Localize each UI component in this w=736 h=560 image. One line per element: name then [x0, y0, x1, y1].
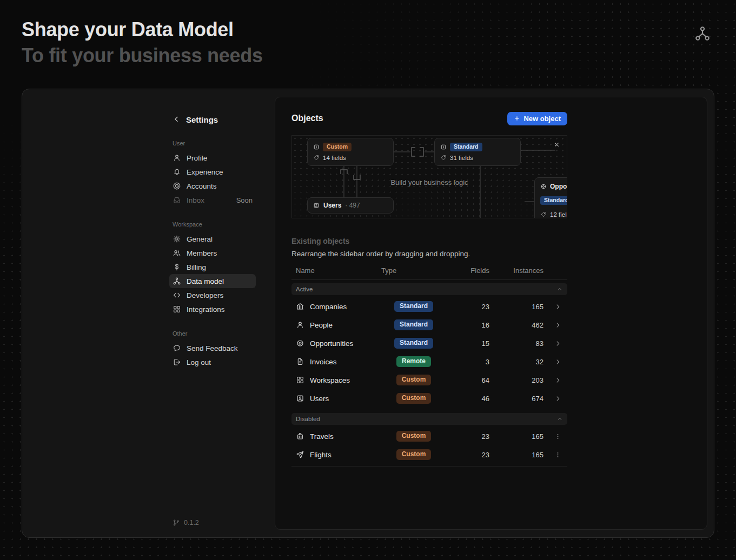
- nav-section-label-workspace: Workspace: [173, 221, 253, 228]
- canvas-node-custom[interactable]: Custom 14 fields: [307, 138, 394, 166]
- group-label: Active: [296, 286, 313, 292]
- sidebar-item-label: Members: [187, 249, 217, 257]
- fields-count: 16: [446, 321, 489, 329]
- grid-icon: [296, 376, 304, 384]
- plus-icon: [514, 115, 520, 122]
- row-open-button[interactable]: [552, 356, 563, 367]
- table-header: Name Type Fields Instances: [291, 266, 567, 280]
- row-open-button[interactable]: [552, 301, 563, 312]
- chevron-right-icon: [554, 322, 561, 329]
- chevron-right-icon: [554, 395, 561, 402]
- row-open-button[interactable]: [552, 319, 563, 330]
- object-name: Opportunities: [310, 339, 353, 348]
- settings-header: Settings: [169, 113, 256, 126]
- new-object-label: New object: [523, 115, 561, 123]
- sidebar-item-label: Integrations: [187, 305, 225, 314]
- row-open-button[interactable]: [552, 375, 563, 385]
- group-header-disabled[interactable]: Disabled: [291, 413, 567, 425]
- table-row-users[interactable]: Users Custom 46 674: [291, 389, 567, 408]
- chat-icon: [173, 344, 181, 352]
- soon-badge: Soon: [236, 196, 253, 204]
- fields-count: 12 fields: [550, 211, 567, 218]
- instances-count: 83: [489, 339, 543, 348]
- inbox-icon: [173, 196, 181, 204]
- close-icon[interactable]: [553, 141, 560, 148]
- canvas-node-opportunities[interactable]: Opportunities Standard 12 fields: [534, 177, 567, 218]
- user-icon: [173, 154, 181, 162]
- row-open-button[interactable]: [552, 338, 563, 349]
- x-icon: [553, 141, 560, 148]
- sidebar-item-label: Billing: [187, 263, 206, 271]
- table-row-flights[interactable]: Flights Custom 23 165: [291, 445, 567, 464]
- object-name: People: [310, 321, 333, 329]
- instances-count: 32: [489, 358, 543, 366]
- sidebar-item-general[interactable]: General: [169, 232, 256, 246]
- sidebar-item-label: Profile: [187, 154, 207, 162]
- bell-icon: [173, 168, 181, 176]
- sidebar-item-billing[interactable]: Billing: [169, 260, 256, 274]
- canvas-node-standard[interactable]: Standard 31 fields: [434, 138, 521, 166]
- sidebar-item-label: Experience: [187, 168, 223, 176]
- page-subtitle: To fit your business needs: [22, 44, 263, 67]
- panel-title: Objects: [291, 114, 323, 123]
- kebab-menu-icon: [554, 433, 561, 440]
- new-object-button[interactable]: New object: [507, 112, 567, 125]
- table-row-opportunities[interactable]: Opportunities Standard 15 83: [291, 334, 567, 352]
- document-icon: [296, 357, 304, 366]
- column-type: Type: [381, 266, 446, 275]
- sidebar-item-label: Data model: [187, 277, 224, 285]
- version-number: 0.1.2: [184, 519, 199, 526]
- instances-count: 165: [489, 303, 543, 311]
- sidebar-item-profile[interactable]: Profile: [169, 151, 256, 165]
- suitcase-icon: [296, 432, 304, 441]
- object-name: Travels: [310, 432, 334, 441]
- user-box-icon: [296, 394, 304, 403]
- sidebar-item-developers[interactable]: Developers: [169, 288, 256, 302]
- user-box-icon: [313, 202, 320, 209]
- row-menu-button[interactable]: [552, 449, 563, 460]
- existing-objects-subtitle: Rearrange the sidebar order by dragging …: [291, 250, 567, 258]
- sidebar-item-integrations[interactable]: Integrations: [169, 302, 256, 316]
- sidebar-item-label: General: [187, 235, 213, 243]
- node-label: Opportunities: [550, 183, 567, 190]
- instances-count: 165: [489, 432, 543, 441]
- type-badge: Standard: [450, 143, 482, 152]
- sidebar-item-experience[interactable]: Experience: [169, 165, 256, 179]
- canvas-node-users[interactable]: Users · 497: [307, 197, 394, 214]
- table-row-invoices[interactable]: Invoices Remote 3 32: [291, 352, 567, 371]
- panel-header: Objects New object: [291, 109, 567, 128]
- object-canvas: Custom 14 fields Standard: [291, 135, 567, 218]
- object-cube-icon: [313, 144, 320, 150]
- settings-title: Settings: [186, 115, 218, 124]
- group-header-active[interactable]: Active: [291, 283, 567, 295]
- table-row-workspaces[interactable]: Workspaces Custom 64 203: [291, 371, 567, 389]
- sidebar-item-label: Send Feedback: [187, 344, 238, 352]
- type-badge: Custom: [396, 431, 432, 441]
- chevron-right-icon: [554, 340, 561, 347]
- target-icon: [296, 339, 304, 348]
- sidebar-item-log-out[interactable]: Log out: [169, 355, 256, 369]
- table-row-travels[interactable]: Travels Custom 23 165: [291, 427, 567, 445]
- page: Shape your Data Model To fit your busine…: [0, 0, 736, 560]
- back-button[interactable]: [173, 115, 181, 124]
- grid-icon: [173, 305, 181, 314]
- sidebar-item-accounts[interactable]: Accounts: [169, 179, 256, 193]
- at-sign-icon: [173, 182, 181, 190]
- row-menu-button[interactable]: [552, 431, 563, 442]
- fields-count: 46: [446, 395, 489, 403]
- tag-icon: [313, 155, 320, 161]
- table-row-people[interactable]: People Standard 16 462: [291, 316, 567, 334]
- group-label: Disabled: [296, 416, 320, 422]
- column-fields: Fields: [446, 266, 489, 275]
- building-icon: [296, 302, 304, 311]
- type-badge: Custom: [396, 375, 432, 385]
- row-open-button[interactable]: [552, 393, 563, 404]
- sidebar-item-data-model[interactable]: Data model: [169, 274, 256, 288]
- type-badge: Standard: [394, 301, 433, 311]
- sidebar-item-members[interactable]: Members: [169, 246, 256, 260]
- user-icon: [296, 321, 304, 329]
- type-badge: Standard: [394, 319, 433, 330]
- target-icon: [540, 183, 547, 190]
- table-row-companies[interactable]: Companies Standard 23 165: [291, 297, 567, 316]
- sidebar-item-send-feedback[interactable]: Send Feedback: [169, 341, 256, 355]
